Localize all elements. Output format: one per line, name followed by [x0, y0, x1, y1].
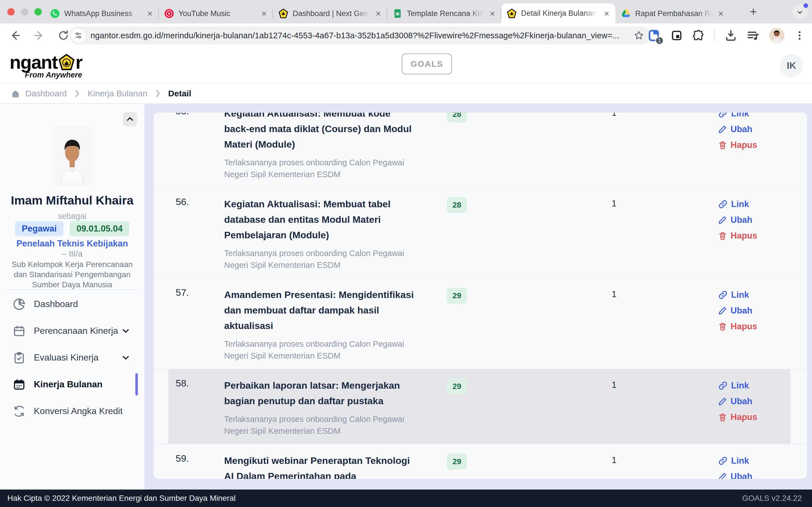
- edit-action[interactable]: Ubah: [718, 393, 807, 409]
- tab-title: Detail Kinerja Bulanan -: [521, 9, 598, 18]
- sidebar-item-konversi-angka-kredit[interactable]: Konversi Angka Kredit: [0, 398, 144, 425]
- tab-title: WhatsApp Business: [64, 9, 141, 18]
- kinerja-table-card: 55. Kegiatan Aktualisasi: Membuat kode b…: [154, 113, 807, 479]
- link-action[interactable]: Link: [718, 113, 807, 121]
- row-count: 1: [557, 453, 671, 479]
- delete-action[interactable]: Hapus: [718, 319, 807, 334]
- tab-template-rencana[interactable]: Template Rencana Kinerj ×: [387, 4, 501, 23]
- tab-detail-kinerja-bulanan-active[interactable]: Detail Kinerja Bulanan - ×: [501, 3, 615, 23]
- bookmark-star-icon[interactable]: [633, 30, 645, 41]
- extensions-puzzle-icon[interactable]: [693, 29, 705, 42]
- tab-rapat-pembahasan[interactable]: Rapat Pembahasan Revie ×: [615, 4, 730, 23]
- tab-close-icon[interactable]: ×: [374, 8, 383, 18]
- edit-action[interactable]: Ubah: [718, 303, 807, 319]
- window-controls[interactable]: [7, 8, 42, 15]
- downloads-icon[interactable]: [725, 29, 737, 42]
- url-text[interactable]: ngantor.esdm.go.id/merindu/kinerja-bulan…: [91, 31, 633, 40]
- new-tab-button[interactable]: +: [747, 5, 760, 18]
- table-row-highlighted[interactable]: 58. Perbaikan laporan latsar: Mengerjaka…: [154, 369, 807, 444]
- ngantor-logo[interactable]: ngant r From Anywhere: [10, 52, 82, 79]
- media-controls-icon[interactable]: [747, 29, 760, 42]
- browser-toolbar: ngantor.esdm.go.id/merindu/kinerja-bulan…: [0, 23, 812, 48]
- pencil-icon: [718, 472, 727, 479]
- sidebar-collapse-button[interactable]: [123, 112, 137, 126]
- home-icon: [11, 89, 20, 98]
- chevron-down-icon: [121, 353, 131, 363]
- google-drive-icon: [621, 9, 631, 18]
- breadcrumb: Dashboard Kinerja Bulanan Detail: [0, 83, 812, 103]
- forward-button[interactable]: [31, 27, 47, 44]
- minimize-window-button[interactable]: [21, 8, 28, 15]
- refresh-icon: [13, 405, 26, 417]
- pie-chart-icon: [13, 298, 26, 311]
- link-action[interactable]: Link: [718, 287, 807, 303]
- sidebar-item-evaluasi-kinerja[interactable]: Evaluasi Kinerja: [0, 344, 144, 371]
- trash-icon: [718, 231, 727, 240]
- chevron-up-icon: [126, 115, 134, 123]
- row-description: Terlaksananya proses onboarding Calon Pe…: [224, 413, 421, 437]
- profile-position-link[interactable]: Penelaah Teknis Kebijakan: [0, 238, 144, 249]
- profile-unit: Sub Kelompok Kerja Perencanaan dan Stand…: [10, 260, 134, 290]
- esdm-emblem-icon: [278, 9, 288, 18]
- code-badge: 09.01.05.04: [70, 221, 130, 236]
- app-header: ngant r From Anywhere GOALS IK: [0, 48, 812, 83]
- back-button[interactable]: [7, 27, 23, 44]
- reading-list-icon[interactable]: [670, 29, 683, 42]
- tab-group-badge: 1: [655, 36, 664, 45]
- browser-profile-avatar[interactable]: [769, 28, 784, 43]
- tab-whatsapp[interactable]: WhatsApp Business ×: [45, 4, 159, 23]
- table-row[interactable]: 55. Kegiatan Aktualisasi: Membuat kode b…: [154, 113, 807, 187]
- pencil-icon: [718, 125, 727, 134]
- tab-search-menu-button[interactable]: [792, 4, 808, 20]
- row-number: 56.: [175, 196, 224, 271]
- tab-close-icon[interactable]: ×: [146, 8, 154, 18]
- link-action[interactable]: Link: [718, 196, 807, 212]
- row-count: 1: [557, 378, 671, 437]
- user-avatar-initials[interactable]: IK: [780, 54, 803, 77]
- tab-close-icon[interactable]: ×: [260, 8, 268, 18]
- page-content: Imam Miftahul Khaira sebagai Pegawai 09.…: [0, 103, 812, 490]
- tab-title: Dashboard | Next Genera: [293, 9, 369, 18]
- zoom-window-button[interactable]: [35, 8, 42, 15]
- breadcrumb-kinerja-bulanan[interactable]: Kinerja Bulanan: [88, 89, 147, 98]
- trash-icon: [718, 140, 727, 150]
- breadcrumb-home[interactable]: Dashboard: [11, 89, 67, 98]
- link-action[interactable]: Link: [718, 378, 807, 393]
- tab-close-icon[interactable]: ×: [602, 8, 611, 18]
- week-badge: 29: [447, 288, 467, 304]
- site-settings-icon[interactable]: [71, 29, 86, 43]
- sidebar-item-kinerja-bulanan[interactable]: Kinerja Bulanan: [0, 371, 144, 398]
- table-row[interactable]: 57. Amandemen Presentasi: Mengidentifika…: [154, 278, 807, 369]
- tab-group-icon[interactable]: 1: [648, 29, 661, 42]
- version-text: GOALS v2.24.22: [742, 494, 802, 503]
- week-badge: 29: [447, 378, 467, 395]
- edit-action[interactable]: Ubah: [718, 212, 807, 228]
- week-badge: 29: [447, 453, 467, 470]
- active-menu-indicator: [135, 373, 138, 395]
- close-window-button[interactable]: [7, 8, 15, 15]
- url-address-bar[interactable]: ngantor.esdm.go.id/merindu/kinerja-bulan…: [69, 26, 651, 45]
- delete-action[interactable]: Hapus: [718, 228, 807, 244]
- browser-menu-icon[interactable]: [794, 30, 805, 41]
- edit-action[interactable]: Ubah: [718, 469, 807, 479]
- table-row[interactable]: 59. Mengikuti webinar Peneraptan Teknolo…: [154, 444, 807, 479]
- sidebar-item-perencanaan-kinerja[interactable]: Perencanaan Kinerja: [0, 318, 144, 344]
- row-count: 1: [557, 196, 671, 271]
- tab-close-icon[interactable]: ×: [488, 8, 497, 18]
- delete-action[interactable]: Hapus: [718, 137, 807, 153]
- table-row[interactable]: 56. Kegiatan Aktualisasi: Membuat tabel …: [154, 187, 807, 278]
- edit-action[interactable]: Ubah: [718, 121, 807, 137]
- week-badge: 28: [447, 113, 467, 122]
- link-icon: [718, 113, 728, 118]
- link-icon: [718, 290, 728, 300]
- tab-dashboard-ngantor[interactable]: Dashboard | Next Genera ×: [273, 4, 387, 23]
- sidebar-item-dashboard[interactable]: Dashboard: [0, 291, 144, 318]
- link-icon: [718, 381, 728, 390]
- row-number: 57.: [175, 287, 224, 362]
- tab-youtube-music[interactable]: YouTube Music ×: [159, 4, 273, 23]
- link-action[interactable]: Link: [718, 453, 807, 469]
- tab-close-icon[interactable]: ×: [716, 8, 725, 18]
- goals-nav-button[interactable]: GOALS: [402, 54, 452, 74]
- delete-action[interactable]: Hapus: [718, 409, 807, 425]
- sidebar: Imam Miftahul Khaira sebagai Pegawai 09.…: [0, 104, 144, 490]
